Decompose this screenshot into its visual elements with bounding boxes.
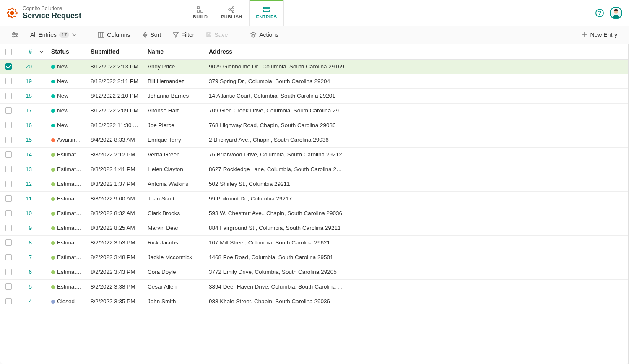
row-number[interactable]: 7	[17, 250, 36, 265]
row-name: Andy Price	[144, 59, 205, 74]
row-name: Jackie Mccormick	[144, 250, 205, 265]
row-number[interactable]: 11	[17, 191, 36, 206]
col-header-submitted[interactable]: Submitted	[87, 44, 144, 59]
row-checkbox[interactable]	[5, 181, 12, 187]
sliders-icon	[12, 32, 18, 38]
row-submitted: 8/2/2022 3:48 PM	[87, 250, 144, 265]
row-name: Cesar Allen	[144, 279, 205, 294]
help-icon[interactable]: ?	[595, 9, 604, 17]
new-entry-button[interactable]: New Entry	[577, 30, 621, 40]
row-checkbox[interactable]	[5, 283, 12, 290]
table-row[interactable]: 19New8/12/2022 2:11 PMBill Hernandez379 …	[0, 74, 628, 88]
row-number[interactable]: 6	[17, 265, 36, 279]
row-number[interactable]: 15	[17, 133, 36, 147]
table-row[interactable]: 11Estimate …8/3/2022 9:00 AMJean Scott99…	[0, 191, 628, 206]
svg-rect-22	[98, 32, 104, 37]
row-number[interactable]: 10	[17, 206, 36, 221]
row-number[interactable]: 14	[17, 147, 36, 162]
tab-publish[interactable]: PUBLISH	[214, 0, 249, 26]
tab-entries[interactable]: ENTRIES	[249, 0, 284, 26]
row-status: New	[48, 59, 87, 74]
row-checkbox[interactable]	[5, 298, 12, 304]
table-row[interactable]: 12Estimate …8/3/2022 1:37 PMAntonia Watk…	[0, 177, 628, 191]
col-header-sort[interactable]	[36, 44, 48, 59]
table-row[interactable]: 8Estimate …8/2/2022 3:53 PMRick Jacobs10…	[0, 235, 628, 250]
row-number[interactable]: 18	[17, 88, 36, 103]
row-submitted: 8/2/2022 3:53 PM	[87, 235, 144, 250]
row-name: Jean Scott	[144, 191, 205, 206]
row-checkbox[interactable]	[5, 122, 12, 128]
row-address: 76 Briarwood Drive, Columbia, South Caro…	[205, 147, 628, 162]
sort-button[interactable]: Sort	[138, 30, 166, 40]
row-address: 988 Khale Street, Chapin, South Carolina…	[205, 294, 628, 309]
table-row[interactable]: 15Awaiting …8/4/2022 8:33 AMEnrique Terr…	[0, 133, 628, 147]
table-row[interactable]: 18New8/12/2022 2:10 PMJohanna Barnes14 A…	[0, 88, 628, 103]
table-row[interactable]: 5Estimate …8/2/2022 3:38 PMCesar Allen38…	[0, 279, 628, 294]
columns-button[interactable]: Columns	[94, 30, 134, 40]
table-row[interactable]: 14Estimate …8/3/2022 2:12 PMVerna Green7…	[0, 147, 628, 162]
row-address: 99 Philmont Dr., Columbia 29217	[205, 191, 628, 206]
row-number[interactable]: 16	[17, 118, 36, 133]
row-submitted: 8/10/2022 11:30 AM	[87, 118, 144, 133]
row-address: 1468 Poe Road, Columbia, South Carolina …	[205, 250, 628, 265]
row-checkbox[interactable]	[5, 78, 12, 84]
svg-point-8	[8, 15, 10, 17]
row-name: Helen Clayton	[144, 162, 205, 177]
tab-build[interactable]: BUILD	[186, 0, 214, 26]
row-checkbox[interactable]	[5, 166, 12, 172]
row-address: 379 Spring Dr., Columbia, South Carolina…	[205, 74, 628, 88]
row-number[interactable]: 4	[17, 294, 36, 309]
table-row[interactable]: 17New8/12/2022 2:09 PMAlfonso Hart709 Gl…	[0, 103, 628, 118]
row-name: Alfonso Hart	[144, 103, 205, 118]
table-row[interactable]: 9Estimate …8/3/2022 8:25 AMMarvin Dean88…	[0, 221, 628, 235]
col-header-status[interactable]: Status	[48, 44, 87, 59]
row-address: 709 Glen Creek Drive, Columbia, South Ca…	[205, 103, 628, 118]
sort-icon	[142, 32, 148, 38]
row-number[interactable]: 17	[17, 103, 36, 118]
layers-icon	[250, 32, 257, 38]
row-address: 768 Highway Road, Chapin, South Carolina…	[205, 118, 628, 133]
row-number[interactable]: 8	[17, 235, 36, 250]
svg-point-20	[16, 34, 17, 36]
row-checkbox[interactable]	[5, 63, 12, 70]
toolbar-settings[interactable]	[8, 30, 23, 39]
row-submitted: 8/3/2022 1:41 PM	[87, 162, 144, 177]
row-checkbox[interactable]	[5, 107, 12, 114]
filter-button[interactable]: Filter	[169, 30, 198, 40]
row-number[interactable]: 19	[17, 74, 36, 88]
table-row[interactable]: 6Estimate …8/2/2022 3:43 PMCora Doyle377…	[0, 265, 628, 279]
row-address: 107 Mill Street, Columbia, South Carolin…	[205, 235, 628, 250]
row-checkbox[interactable]	[5, 151, 12, 158]
row-number[interactable]: 12	[17, 177, 36, 191]
table-row[interactable]: 4Closed8/2/2022 3:35 PMJohn Smith988 Kha…	[0, 294, 628, 309]
row-address: 884 Fairground St., Columbia, South Caro…	[205, 221, 628, 235]
row-checkbox[interactable]	[5, 239, 12, 246]
row-number[interactable]: 20	[17, 59, 36, 74]
table-row[interactable]: 20New8/12/2022 2:13 PMAndy Price9029 Gle…	[0, 59, 628, 74]
row-checkbox[interactable]	[5, 93, 12, 99]
user-avatar[interactable]	[610, 7, 622, 19]
row-submitted: 8/3/2022 8:25 AM	[87, 221, 144, 235]
col-header-name[interactable]: Name	[144, 44, 205, 59]
table-row[interactable]: 7Estimate …8/2/2022 3:48 PMJackie Mccorm…	[0, 250, 628, 265]
table-row[interactable]: 16New8/10/2022 11:30 AMJoe Pierce768 Hig…	[0, 118, 628, 133]
row-name: Enrique Terry	[144, 133, 205, 147]
col-header-number[interactable]: #	[17, 44, 36, 59]
row-checkbox[interactable]	[5, 225, 12, 231]
row-checkbox[interactable]	[5, 254, 12, 260]
row-checkbox[interactable]	[5, 137, 12, 143]
select-all-checkbox[interactable]	[5, 49, 12, 55]
view-all-entries[interactable]: All Entries 17	[26, 30, 81, 40]
table-row[interactable]: 10Estimate …8/3/2022 8:32 AMClark Brooks…	[0, 206, 628, 221]
row-checkbox[interactable]	[5, 210, 12, 216]
row-number[interactable]: 13	[17, 162, 36, 177]
row-submitted: 8/2/2022 3:38 PM	[87, 279, 144, 294]
row-checkbox[interactable]	[5, 195, 12, 202]
row-number[interactable]: 5	[17, 279, 36, 294]
col-header-address[interactable]: Address	[205, 44, 628, 59]
table-row[interactable]: 13Estimate …8/3/2022 1:41 PMHelen Clayto…	[0, 162, 628, 177]
row-address: 9029 Glenholme Dr., Columbia, South Caro…	[205, 59, 628, 74]
actions-button[interactable]: Actions	[246, 30, 283, 40]
row-number[interactable]: 9	[17, 221, 36, 235]
row-checkbox[interactable]	[5, 269, 12, 275]
